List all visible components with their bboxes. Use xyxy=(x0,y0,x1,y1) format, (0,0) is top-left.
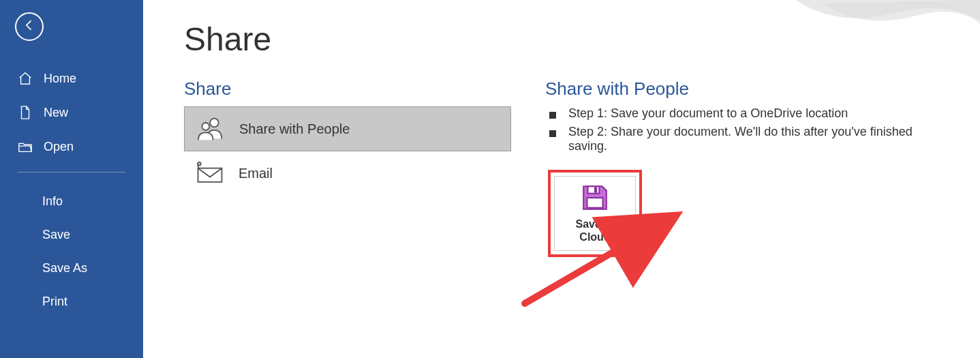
sidebar-item-print[interactable]: Print xyxy=(0,285,143,318)
share-option-label: Share with People xyxy=(239,121,350,137)
backstage-sidebar: Home New Open Info Save Save As Print xyxy=(0,0,143,358)
svg-rect-4 xyxy=(588,186,600,194)
sidebar-item-save-as[interactable]: Save As xyxy=(0,252,143,285)
back-button[interactable] xyxy=(15,12,44,41)
sidebar-item-info[interactable]: Info xyxy=(0,185,143,218)
share-option-label: Email xyxy=(239,166,273,181)
sidebar-item-label: Save xyxy=(42,228,70,241)
sidebar-item-save[interactable]: Save xyxy=(0,218,143,252)
bullet-icon xyxy=(549,130,556,137)
save-to-cloud-button[interactable]: Save to Cloud xyxy=(554,176,636,251)
backstage-view: Home New Open Info Save Save As Print xyxy=(0,0,980,358)
annotation-highlight-box: Save to Cloud xyxy=(548,170,642,257)
sidebar-item-home[interactable]: Home xyxy=(0,61,143,95)
share-steps: Step 1: Save your document to a OneDrive… xyxy=(545,106,953,153)
home-icon xyxy=(18,71,33,86)
svg-point-1 xyxy=(202,123,209,130)
share-option-share-with-people[interactable]: Share with People xyxy=(184,106,511,151)
share-step-2: Step 2: Share your document. We'll do th… xyxy=(545,125,953,153)
step-text: Step 1: Save your document to a OneDrive… xyxy=(568,106,848,121)
back-arrow-icon xyxy=(22,18,36,35)
svg-rect-6 xyxy=(587,198,602,208)
new-doc-icon xyxy=(18,105,33,120)
sidebar-item-label: New xyxy=(44,106,68,120)
sidebar-item-new[interactable]: New xyxy=(0,95,143,130)
people-icon xyxy=(194,115,227,143)
svg-point-3 xyxy=(198,162,201,166)
share-detail-title: Share with People xyxy=(545,78,953,100)
share-option-email[interactable]: Email xyxy=(184,151,511,195)
sidebar-separator xyxy=(18,172,125,173)
button-label: Save to Cloud xyxy=(559,218,631,243)
sidebar-item-label: Open xyxy=(44,140,74,154)
share-step-1: Step 1: Save your document to a OneDrive… xyxy=(545,106,953,121)
share-detail-column: Share with People Step 1: Save your docu… xyxy=(545,78,953,257)
decorative-graphic xyxy=(796,0,980,41)
sidebar-item-open[interactable]: Open xyxy=(0,130,143,164)
floppy-disk-icon xyxy=(559,183,631,212)
svg-point-0 xyxy=(210,119,219,128)
backstage-main: Share Share Share with People xyxy=(143,0,980,358)
email-icon xyxy=(194,160,226,187)
sidebar-item-label: Save As xyxy=(42,261,87,275)
sidebar-item-label: Print xyxy=(42,295,67,308)
step-text: Step 2: Share your document. We'll do th… xyxy=(568,125,953,153)
share-options-column: Share Share with People xyxy=(184,78,511,257)
sidebar-item-label: Home xyxy=(44,72,76,86)
sidebar-item-label: Info xyxy=(42,194,63,208)
bullet-icon xyxy=(549,112,556,119)
share-section-title: Share xyxy=(184,78,511,100)
svg-rect-5 xyxy=(594,187,597,192)
open-folder-icon xyxy=(18,139,33,154)
